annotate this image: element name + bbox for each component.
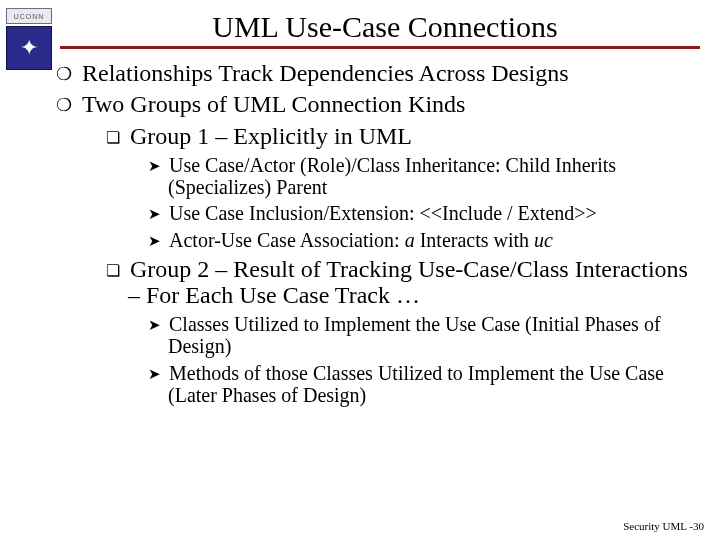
- bullet-level3: Use Case Inclusion/Extension: <<Include …: [148, 202, 702, 224]
- bullet-text: Group 2 – Result of Tracking Use-Case/Cl…: [128, 256, 688, 308]
- slide-body: Relationships Track Dependencies Across …: [18, 56, 702, 409]
- bullet-text: Relationships Track Dependencies Across …: [82, 60, 569, 86]
- bullet-text: Use Case Inclusion/Extension: <<Include …: [169, 202, 597, 224]
- title-underline: [60, 46, 700, 49]
- bullet-level3: Use Case/Actor (Role)/Class Inheritance:…: [148, 154, 702, 199]
- logo-text: UCONN: [6, 8, 52, 24]
- bullet-level1: Two Groups of UML Connection Kinds: [56, 91, 702, 118]
- bullet-level3: Classes Utilized to Implement the Use Ca…: [148, 313, 702, 358]
- slide-title: UML Use-Case Connections: [60, 10, 710, 44]
- bullet-text: Two Groups of UML Connection Kinds: [82, 91, 465, 117]
- bullet-text: Interacts with: [415, 229, 534, 251]
- bullet-level1: Relationships Track Dependencies Across …: [56, 60, 702, 87]
- slide-footer: Security UML -30: [623, 520, 704, 532]
- slide: UCONN ✦ UML Use-Case Connections Relatio…: [0, 0, 720, 540]
- bullet-text: Use Case/Actor (Role)/Class Inheritance:…: [168, 154, 616, 198]
- bullet-level2: Group 1 – Explicitly in UML: [106, 124, 702, 150]
- variable-a: a: [405, 229, 415, 251]
- bullet-text: Methods of those Classes Utilized to Imp…: [168, 362, 664, 406]
- bullet-text: Group 1 – Explicitly in UML: [130, 123, 412, 149]
- bullet-level3: Methods of those Classes Utilized to Imp…: [148, 362, 702, 407]
- bullet-level3: Actor-Use Case Association: a Interacts …: [148, 229, 702, 251]
- bullet-text: Classes Utilized to Implement the Use Ca…: [168, 313, 661, 357]
- bullet-level2: Group 2 – Result of Tracking Use-Case/Cl…: [106, 257, 702, 309]
- bullet-text: Actor-Use Case Association:: [169, 229, 405, 251]
- variable-uc: uc: [534, 229, 553, 251]
